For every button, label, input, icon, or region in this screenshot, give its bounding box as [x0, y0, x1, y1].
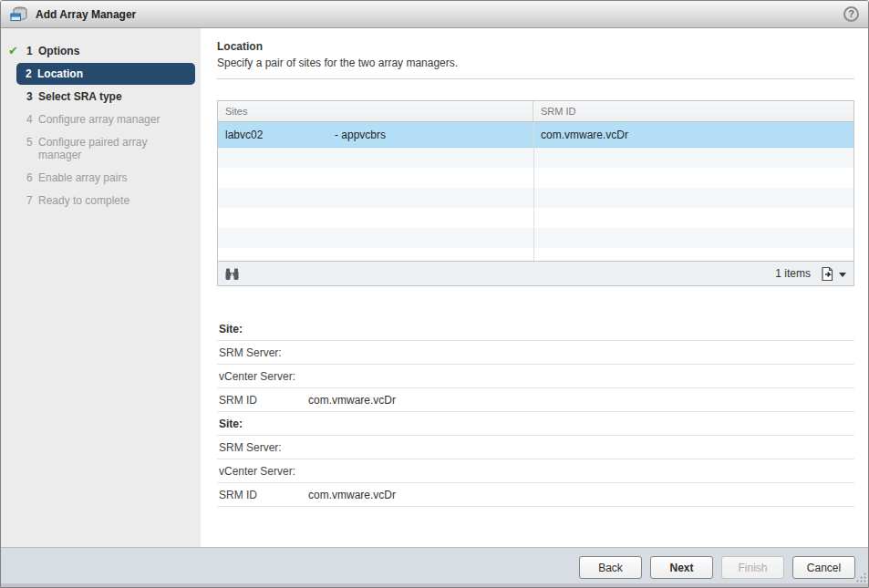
find-binoculars-icon[interactable] — [225, 267, 239, 281]
site-paired-name: - appvcbrs — [335, 129, 386, 141]
wizard-step-options[interactable]: ✔1Options — [1, 40, 196, 62]
array-manager-icon — [10, 6, 28, 22]
detail-label: Site: — [217, 323, 308, 335]
detail-row-site-: Site: — [217, 412, 854, 436]
detail-row-srm-server-: SRM Server: — [217, 341, 854, 365]
step-label: Location — [37, 67, 188, 80]
add-array-manager-dialog: Add Array Manager ? ✔1Options2Location3S… — [0, 0, 869, 588]
step-label: Enable array pairs — [38, 171, 189, 184]
step-number: 2 — [26, 67, 37, 80]
sites-table: Sites SRM ID labvc02- appvcbrscom.vmware… — [217, 100, 854, 286]
empty-table-row — [218, 168, 853, 188]
detail-label: SRM ID — [217, 489, 308, 501]
detail-row-srm-id: SRM IDcom.vmware.vcDr — [217, 388, 854, 412]
page-description: Specify a pair of sites for the two arra… — [217, 57, 854, 69]
step-label: Options — [38, 45, 189, 57]
empty-table-row — [218, 208, 853, 228]
step-label: Ready to complete — [38, 194, 189, 207]
detail-label: vCenter Server: — [217, 465, 308, 478]
dialog-body: ✔1Options2Location3Select SRA type4Confi… — [1, 28, 868, 547]
export-list-button[interactable] — [820, 266, 846, 282]
dialog-footer: BackNextFinishCancel — [1, 547, 868, 587]
column-header-srm-id[interactable]: SRM ID — [533, 101, 853, 121]
cell-srm-id: com.vmware.vcDr — [533, 129, 853, 141]
help-icon[interactable]: ? — [843, 6, 859, 22]
step-number: 5 — [26, 136, 38, 149]
step-number: 3 — [26, 90, 38, 103]
wizard-step-select-sra-type[interactable]: 3Select SRA type — [1, 86, 196, 108]
step-number: 4 — [26, 113, 38, 126]
site-details-list: Site:SRM Server:vCenter Server:SRM IDcom… — [217, 317, 854, 507]
cell-sites: labvc02- appvcbrs — [218, 129, 533, 141]
detail-row-site-: Site: — [217, 317, 854, 341]
empty-table-row — [218, 228, 853, 248]
wizard-step-location[interactable]: 2Location — [16, 63, 195, 85]
export-icon — [820, 266, 835, 282]
step-label: Configure array manager — [38, 113, 189, 126]
back-button[interactable]: Back — [579, 556, 642, 579]
wizard-step-configure-array-manager: 4Configure array manager — [1, 108, 196, 130]
empty-table-row — [218, 248, 853, 268]
detail-label: SRM ID — [217, 394, 308, 407]
table-row[interactable]: labvc02- appvcbrscom.vmware.vcDr — [218, 122, 853, 148]
detail-label: SRM Server: — [217, 441, 308, 454]
column-header-sites[interactable]: Sites — [218, 101, 533, 121]
page-title: Location — [217, 40, 854, 53]
detail-row-srm-id: SRM IDcom.vmware.vcDr — [217, 483, 854, 507]
detail-row-vcenter-server-: vCenter Server: — [217, 365, 854, 388]
detail-value: com.vmware.vcDr — [308, 489, 396, 501]
wizard-step-enable-array-pairs: 6Enable array pairs — [1, 167, 196, 189]
detail-row-srm-server-: SRM Server: — [217, 436, 854, 459]
table-header: Sites SRM ID — [218, 101, 853, 122]
empty-table-row — [218, 188, 853, 208]
step-label: Configure paired array manager — [38, 136, 189, 161]
items-count: 1 items — [775, 267, 811, 280]
step-number: 6 — [26, 171, 38, 184]
dialog-titlebar: Add Array Manager ? — [1, 1, 868, 28]
step-label: Select SRA type — [38, 90, 189, 103]
dialog-title: Add Array Manager — [36, 8, 843, 21]
finish-button: Finish — [721, 556, 784, 579]
wizard-step-configure-paired-array-manager: 5Configure paired array manager — [1, 131, 196, 166]
divider — [217, 78, 854, 79]
table-body: labvc02- appvcbrscom.vmware.vcDr — [218, 122, 853, 261]
column-divider — [533, 122, 534, 261]
chevron-down-icon — [839, 273, 846, 277]
wizard-steps: ✔1Options2Location3Select SRA type4Confi… — [1, 28, 201, 547]
detail-label: vCenter Server: — [217, 370, 308, 383]
empty-table-row — [218, 148, 853, 168]
content-pane: Location Specify a pair of sites for the… — [201, 28, 869, 547]
detail-row-vcenter-server-: vCenter Server: — [217, 459, 854, 483]
detail-label: SRM Server: — [217, 346, 308, 359]
detail-value: com.vmware.vcDr — [308, 394, 396, 407]
step-completed-check-icon: ✔ — [8, 45, 26, 57]
resize-grip[interactable] — [856, 573, 866, 583]
next-button[interactable]: Next — [650, 556, 713, 579]
site-primary-name: labvc02 — [225, 129, 335, 141]
step-number: 1 — [26, 45, 38, 57]
detail-label: Site: — [217, 418, 308, 430]
wizard-step-ready-to-complete: 7Ready to complete — [1, 190, 196, 211]
step-number: 7 — [26, 194, 38, 207]
cancel-button[interactable]: Cancel — [792, 556, 855, 579]
